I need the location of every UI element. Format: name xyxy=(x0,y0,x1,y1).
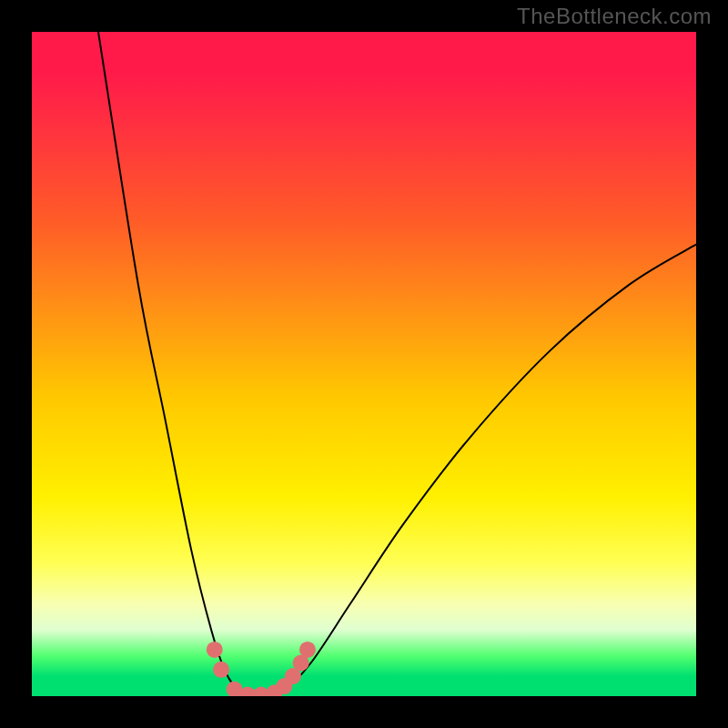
watermark-text: TheBottleneck.com xyxy=(517,4,712,29)
marker-group xyxy=(207,642,316,696)
right-curve xyxy=(258,245,696,696)
chart-svg xyxy=(32,32,696,696)
data-marker xyxy=(299,642,316,658)
plot-area xyxy=(32,32,696,696)
left-curve xyxy=(98,32,258,696)
chart-container: TheBottleneck.com xyxy=(0,0,728,728)
data-marker xyxy=(207,642,223,658)
data-marker xyxy=(213,662,229,678)
